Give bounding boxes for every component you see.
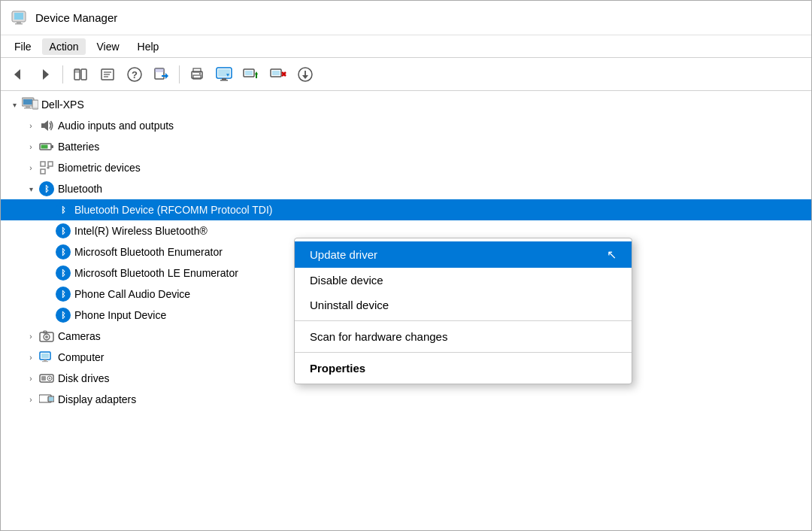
svg-rect-66	[49, 397, 53, 401]
app-icon	[10, 9, 28, 27]
update-driver-toolbar-button[interactable]	[238, 62, 264, 87]
svg-marker-4	[14, 69, 20, 80]
context-menu-scan-hardware[interactable]: Scan for hardware changes	[295, 324, 632, 349]
expand-computer[interactable]: ›	[23, 350, 38, 365]
menu-bar: File Action View Help	[1, 35, 811, 58]
svg-rect-57	[41, 353, 49, 358]
root-label: Dell-XPS	[41, 99, 84, 111]
svg-rect-58	[44, 360, 47, 361]
context-menu-properties[interactable]: Properties	[295, 356, 632, 381]
help-toolbar-button[interactable]: ?	[122, 62, 147, 87]
svg-rect-24	[222, 78, 226, 80]
menu-file[interactable]: File	[7, 38, 39, 55]
device-tree: ▾ Dell-XPS ›	[1, 91, 811, 530]
svg-rect-50	[48, 162, 53, 166]
device-manager-window: Device Manager File Action View Help	[0, 0, 812, 531]
expand-cameras[interactable]: ›	[23, 329, 38, 344]
uninstall-button[interactable]	[265, 62, 291, 87]
computer-tree-icon	[38, 349, 55, 366]
svg-rect-3	[15, 23, 23, 25]
svg-marker-45	[41, 120, 48, 131]
svg-rect-1	[14, 13, 23, 20]
expand-disk-drives[interactable]: ›	[23, 371, 38, 386]
tree-audio[interactable]: › Audio inputs and outputs	[1, 115, 811, 136]
svg-rect-40	[23, 99, 32, 105]
camera-icon	[38, 328, 55, 344]
context-menu-update-driver[interactable]: Update driver ↖	[295, 241, 632, 268]
toolbar-sep-2	[179, 65, 180, 83]
display-adapters-label: Display adapters	[58, 393, 136, 405]
bt-intel-icon: ᛒ	[55, 223, 71, 239]
svg-rect-25	[220, 80, 228, 81]
bt-ms2-label: Microsoft Bluetooth LE Enumerator	[74, 267, 238, 279]
bt-phone-audio-label: Phone Call Audio Device	[74, 288, 190, 300]
expand-batteries[interactable]: ›	[23, 139, 38, 154]
disk-icon	[38, 370, 55, 387]
svg-rect-28	[245, 71, 253, 75]
menu-view[interactable]: View	[89, 38, 126, 55]
tree-batteries[interactable]: › Batteries	[1, 136, 811, 157]
svg-marker-17	[162, 73, 168, 79]
svg-point-63	[49, 378, 50, 379]
expand-biometric[interactable]: ›	[23, 160, 38, 175]
tree-biometric[interactable]: › Biometric devices	[1, 157, 811, 178]
svg-marker-5	[43, 69, 49, 80]
biometric-label: Biometric devices	[58, 162, 141, 174]
svg-rect-32	[272, 71, 280, 75]
expand-audio[interactable]: ›	[23, 118, 38, 133]
show-hide-button[interactable]	[68, 62, 93, 87]
bt-phone-input-icon: ᛒ	[55, 307, 71, 323]
computer-icon	[22, 96, 38, 113]
cameras-label: Cameras	[58, 330, 101, 342]
collapse-root[interactable]: ▾	[7, 97, 22, 112]
collapse-bluetooth[interactable]: ▾	[23, 181, 38, 196]
svg-rect-2	[17, 22, 21, 23]
tree-bt-device[interactable]: › ᛒ Bluetooth Device (RFCOMM Protocol TD…	[1, 199, 811, 220]
svg-rect-51	[41, 169, 45, 174]
print-button[interactable]	[184, 62, 210, 87]
svg-text:?: ?	[132, 69, 138, 80]
disk-drives-label: Disk drives	[58, 372, 109, 384]
svg-rect-42	[24, 108, 32, 109]
svg-rect-61	[41, 376, 46, 381]
back-button[interactable]	[5, 62, 31, 87]
svg-point-21	[199, 73, 201, 74]
bt-phone-audio-icon: ᛒ	[55, 286, 71, 302]
properties-toolbar-button[interactable]	[95, 62, 120, 87]
toolbar: ?	[1, 58, 811, 91]
bluetooth-label: Bluetooth	[58, 183, 102, 195]
svg-rect-7	[74, 69, 80, 73]
context-menu-uninstall-device[interactable]: Uninstall device	[295, 293, 632, 317]
svg-rect-48	[41, 145, 48, 149]
computer-label: Computer	[58, 351, 104, 363]
context-menu-sep-2	[295, 352, 632, 353]
scan-results-button[interactable]	[149, 62, 174, 87]
toolbar-sep-1	[62, 65, 63, 83]
scan-changes-button[interactable]	[292, 62, 318, 87]
audio-label: Audio inputs and outputs	[58, 120, 174, 132]
tree-root[interactable]: ▾ Dell-XPS	[1, 94, 811, 115]
svg-rect-59	[42, 361, 48, 362]
monitor-button[interactable]	[211, 62, 237, 87]
tree-bluetooth[interactable]: ▾ ᛒ Bluetooth	[1, 178, 811, 199]
forward-button[interactable]	[32, 62, 58, 87]
expand-display-adapters[interactable]: ›	[23, 392, 38, 407]
bt-intel-label: Intel(R) Wireless Bluetooth®	[74, 225, 208, 237]
bt-phone-input-label: Phone Input Device	[74, 309, 166, 321]
biometric-icon	[38, 159, 55, 176]
context-menu: Update driver ↖ Disable device Uninstall…	[294, 238, 632, 384]
svg-point-54	[45, 335, 48, 338]
tree-display-adapters[interactable]: › Display adapters	[1, 389, 811, 410]
svg-rect-47	[51, 145, 53, 148]
bt-ms2-icon: ᛒ	[55, 265, 71, 281]
battery-icon	[38, 138, 55, 155]
menu-action[interactable]: Action	[42, 38, 86, 55]
svg-rect-41	[26, 106, 30, 108]
context-menu-disable-device[interactable]: Disable device	[295, 268, 632, 293]
context-menu-sep-1	[295, 320, 632, 321]
bluetooth-category-icon: ᛒ	[38, 181, 55, 197]
svg-marker-29	[255, 71, 258, 74]
menu-help[interactable]: Help	[130, 38, 167, 55]
audio-icon	[38, 117, 55, 134]
window-title: Device Manager	[35, 11, 117, 24]
